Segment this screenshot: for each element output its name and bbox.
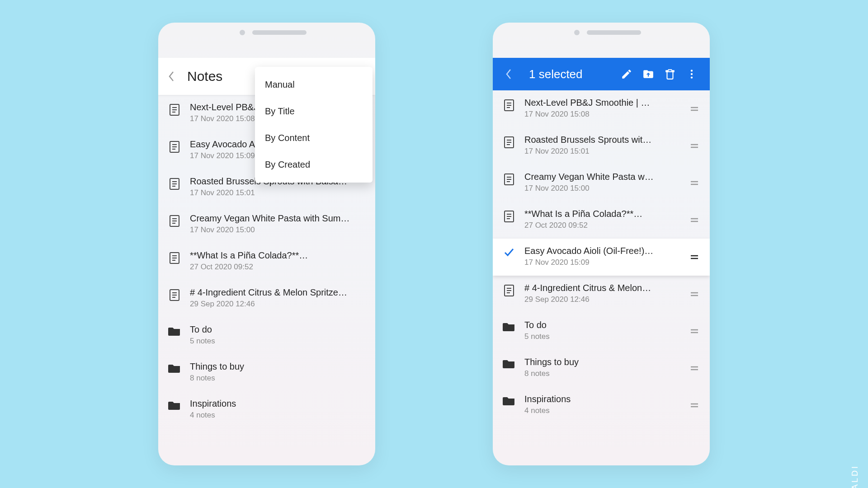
drag-handle-icon[interactable] xyxy=(688,103,701,115)
list-item-title: To do xyxy=(524,320,688,330)
note-icon xyxy=(166,102,183,116)
list-item-title: To do xyxy=(190,324,366,335)
edit-button[interactable] xyxy=(617,64,637,84)
sort-option[interactable]: By Created xyxy=(255,151,373,178)
list-item-body: # 4-Ingredient Citrus & Melon…29 Sep 202… xyxy=(517,283,688,304)
list-item-subtitle: 17 Nov 2020 15:01 xyxy=(190,188,366,197)
list-item-body: Easy Avocado Aioli (Oil-Free!)…17 Nov 20… xyxy=(517,246,688,267)
list-item-title: Inspirations xyxy=(524,394,688,404)
list-item-subtitle: 29 Sep 2020 12:46 xyxy=(190,300,366,309)
list-item-body: Roasted Brussels Sprouts wit…17 Nov 2020… xyxy=(517,135,688,156)
note-icon xyxy=(501,98,517,111)
list-item-subtitle: 29 Sep 2020 12:46 xyxy=(524,295,688,304)
list-item-title: Roasted Brussels Sprouts wit… xyxy=(524,135,688,145)
camera-dot xyxy=(574,30,580,35)
note-icon xyxy=(501,209,517,222)
list-item-body: Things to buy8 notes xyxy=(517,357,688,378)
list-item[interactable]: To do5 notes xyxy=(158,317,375,354)
delete-button[interactable] xyxy=(660,64,680,84)
list-item[interactable]: # 4-Ingredient Citrus & Melon…29 Sep 202… xyxy=(493,276,710,313)
list-item-subtitle: 8 notes xyxy=(524,369,688,378)
note-icon xyxy=(166,213,183,227)
drag-handle-icon[interactable] xyxy=(688,362,701,375)
check-icon xyxy=(501,246,517,257)
folder-icon xyxy=(501,320,517,332)
list-item-body: Next-Level PB&J Smoothie | …17 Nov 2020 … xyxy=(517,98,688,119)
note-icon xyxy=(501,172,517,185)
svg-point-25 xyxy=(691,70,693,71)
list-item-body: **What Is a Piña Colada?**…27 Oct 2020 0… xyxy=(517,209,688,230)
page-title: Notes xyxy=(187,69,222,84)
vivaldi-watermark: VIVALDI xyxy=(850,465,860,488)
list-item-body: To do5 notes xyxy=(517,320,688,341)
back-button[interactable] xyxy=(164,69,179,84)
drag-handle-icon[interactable] xyxy=(688,251,701,263)
note-icon xyxy=(166,250,183,264)
drag-handle-icon[interactable] xyxy=(688,288,701,300)
list-item-body: Creamy Vegan White Pasta w…17 Nov 2020 1… xyxy=(517,172,688,193)
list-item-body: Inspirations4 notes xyxy=(183,399,366,420)
sort-option[interactable]: By Content xyxy=(255,125,373,151)
overflow-menu-button[interactable] xyxy=(682,64,702,84)
list-item-subtitle: 17 Nov 2020 15:09 xyxy=(524,258,688,267)
list-item-subtitle: 5 notes xyxy=(190,337,366,346)
vivaldi-wordmark: VIVALDI xyxy=(850,465,860,488)
list-item-subtitle: 5 notes xyxy=(524,332,688,341)
list-item-subtitle: 17 Nov 2020 15:00 xyxy=(190,225,366,235)
speaker-slot xyxy=(587,30,641,35)
list-item-body: To do5 notes xyxy=(183,324,366,346)
list-item-title: **What Is a Piña Colada?**… xyxy=(524,209,688,219)
list-item-subtitle: 4 notes xyxy=(190,411,366,420)
list-item[interactable]: **What Is a Piña Colada?**…27 Oct 2020 0… xyxy=(493,202,710,239)
list-item-body: # 4-Ingredient Citrus & Melon Spritze…29… xyxy=(183,287,366,309)
list-item[interactable]: Creamy Vegan White Pasta with Sum…17 Nov… xyxy=(158,206,375,243)
list-item[interactable]: Inspirations4 notes xyxy=(158,391,375,428)
list-item-title: Things to buy xyxy=(524,357,688,367)
note-icon xyxy=(501,135,517,148)
camera-dot xyxy=(240,30,245,35)
note-icon xyxy=(166,287,183,301)
svg-point-26 xyxy=(691,73,693,75)
list-item[interactable]: Easy Avocado Aioli (Oil-Free!)…17 Nov 20… xyxy=(493,239,710,276)
sort-option[interactable]: By Title xyxy=(255,98,373,125)
list-item[interactable]: Next-Level PB&J Smoothie | …17 Nov 2020 … xyxy=(493,90,710,127)
list-item[interactable]: Things to buy8 notes xyxy=(158,354,375,391)
list-item-title: **What Is a Piña Colada?**… xyxy=(190,250,366,261)
list-item[interactable]: Creamy Vegan White Pasta w…17 Nov 2020 1… xyxy=(493,164,710,202)
list-item[interactable]: Inspirations4 notes xyxy=(493,387,710,424)
move-to-folder-button[interactable] xyxy=(638,64,658,84)
svg-point-27 xyxy=(691,76,693,78)
list-item-title: Creamy Vegan White Pasta w… xyxy=(524,172,688,182)
list-item-subtitle: 17 Nov 2020 15:00 xyxy=(524,184,688,193)
list-item-subtitle: 27 Oct 2020 09:52 xyxy=(524,221,688,230)
list-item-subtitle: 8 notes xyxy=(190,374,366,383)
phone-right: 1 selected Next-Level PB&J Smoothie | …1… xyxy=(493,23,710,465)
sort-dropdown: ManualBy TitleBy ContentBy Created xyxy=(255,67,373,183)
list-item-title: Inspirations xyxy=(190,399,366,409)
folder-icon xyxy=(501,357,517,369)
list-item-title: Next-Level PB&J Smoothie | … xyxy=(524,98,688,108)
drag-handle-icon[interactable] xyxy=(688,325,701,338)
folder-icon xyxy=(166,361,183,373)
list-item[interactable]: Things to buy8 notes xyxy=(493,350,710,387)
selection-header: 1 selected xyxy=(493,58,710,90)
list-item[interactable]: Roasted Brussels Sprouts wit…17 Nov 2020… xyxy=(493,127,710,164)
list-item-body: Creamy Vegan White Pasta with Sum…17 Nov… xyxy=(183,213,366,235)
list-item[interactable]: # 4-Ingredient Citrus & Melon Spritze…29… xyxy=(158,280,375,317)
folder-icon xyxy=(166,324,183,336)
sort-option[interactable]: Manual xyxy=(255,71,373,98)
selection-back-button[interactable] xyxy=(501,66,516,82)
list-item[interactable]: **What Is a Piña Colada?**…27 Oct 2020 0… xyxy=(158,243,375,280)
selection-count-label: 1 selected xyxy=(529,67,615,81)
drag-handle-icon[interactable] xyxy=(688,140,701,152)
folder-icon xyxy=(166,399,183,410)
list-item-subtitle: 4 notes xyxy=(524,406,688,415)
list-item[interactable]: To do5 notes xyxy=(493,313,710,350)
drag-handle-icon[interactable] xyxy=(688,177,701,189)
drag-handle-icon[interactable] xyxy=(688,399,701,412)
note-icon xyxy=(166,176,183,190)
list-item-body: **What Is a Piña Colada?**…27 Oct 2020 0… xyxy=(183,250,366,272)
speaker-slot xyxy=(252,30,307,35)
list-item-subtitle: 17 Nov 2020 15:01 xyxy=(524,147,688,156)
drag-handle-icon[interactable] xyxy=(688,214,701,226)
